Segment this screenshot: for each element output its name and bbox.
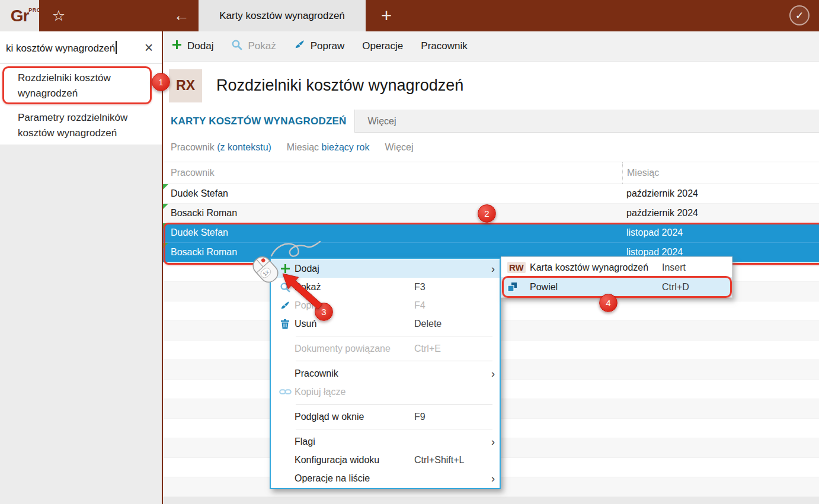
menu-item-shortcut: Ctrl+Shift+L [414,455,485,466]
search-icon [231,39,242,53]
link-icon [276,388,295,396]
filter-bar: Pracownik (z kontekstu) Miesiąc bieżący … [163,133,819,162]
menu-item-label: Pracownik [295,368,414,379]
menu-item-label: Podgląd w oknie [295,412,414,422]
list-footer-strip [163,497,819,504]
menu-item-pracownik[interactable]: Pracownik› [271,364,500,383]
trash-icon [276,319,295,329]
app-logo: GrPRO [0,0,39,31]
plus-icon [276,264,295,274]
toolbar-operacje-button[interactable]: Operacje [362,40,403,52]
menu-separator [296,429,492,429]
cell-pracownik: Bosacki Roman [163,208,622,219]
toolbar: Dodaj Pokaż Popraw Operacje Pracownik [163,31,819,62]
favorite-star-icon[interactable]: ☆ [49,0,69,31]
doc-type-badge: RX [169,69,202,102]
context-menu: Dodaj›PokażF3PoprawF4UsuńDeleteDokumenty… [270,258,501,489]
brush-icon [294,39,305,53]
cell-pracownik: Dudek Stefan [163,227,622,238]
filter-wiecej[interactable]: Więcej [385,142,413,153]
chevron-right-icon: › [485,436,495,447]
plus-icon [172,40,182,53]
annotation-badge-2: 2 [478,204,496,223]
table-row[interactable]: Dudek Stefanlistopad 2024 [163,223,819,243]
cell-miesiac: październik 2024 [622,208,819,219]
row-flag-icon [163,223,168,229]
window-tab-label: Karty kosztów wynagrodzeń [219,10,345,22]
menu-separator [296,336,492,336]
page-title: Rozdzielniki kosztów wynagrodzeń [216,76,463,95]
annotation-badge-1: 1 [152,73,170,91]
cell-miesiac: listopad 2024 [622,227,819,238]
menu-item-label: Konfiguracja widoku [295,455,414,466]
menu-item-shortcut: Ctrl+E [414,344,485,354]
title-bar: RX Rozdzielniki kosztów wynagrodzeń [163,62,819,110]
menu-item-shortcut: F3 [414,282,485,293]
menu-item-flagi[interactable]: Flagi› [271,432,500,451]
app-logo-sup: PRO [28,7,41,13]
submenu-item-label: Karta kosztów wynagrodzeń [530,262,662,273]
status-check-icon[interactable]: ✓ [789,5,810,25]
search-input[interactable]: ki kosztów wynagrodzeń [6,41,136,54]
clear-search-icon[interactable]: × [136,40,162,55]
submenu-item-powiel[interactable]: PowielCtrl+D [501,277,732,297]
chevron-right-icon: › [485,264,495,274]
menu-item-kopiuj-lacze[interactable]: Kopiuj łącze [271,383,500,401]
column-header-pracownik[interactable]: Pracownik [163,162,622,184]
table-row[interactable]: Dudek Stefanpaździernik 2024 [163,184,819,204]
annotation-badge-4: 4 [599,294,618,312]
menu-item-shortcut: F4 [414,300,485,311]
new-tab-plus-icon[interactable]: + [375,0,398,31]
rw-badge: RW [507,262,526,273]
menu-item-label: Dodaj [295,264,414,274]
toolbar-operacje-label: Operacje [362,40,403,52]
menu-item-label: Flagi [295,436,414,447]
sidebar-item-rozdzielniki[interactable]: Rozdzielniki kosztów wynagrodzeń [0,67,162,105]
submenu-item-label: Powiel [530,282,662,293]
column-header-miesiac[interactable]: Miesiąc [622,162,819,184]
window-tab[interactable]: Karty kosztów wynagrodzeń [199,0,366,31]
toolbar-pokaz-button[interactable]: Pokaż [231,39,276,53]
toolbar-pokaz-label: Pokaż [248,40,276,52]
menu-separator [296,361,492,361]
menu-item-dokumenty-powiazane[interactable]: Dokumenty powiązaneCtrl+E [271,339,500,358]
menu-item-label: Operacje na liście [295,473,414,484]
menu-item-label: Kopiuj łącze [295,387,414,397]
filter-miesiac[interactable]: Miesiąc bieżący rok [287,142,370,153]
menu-item-usun[interactable]: UsuńDelete [271,314,500,333]
app-logo-text: GrPRO [11,7,29,25]
submenu-item-shortcut: Insert [662,262,726,273]
context-submenu: RWKarta kosztów wynagrodzeńInsertPowielC… [501,256,732,298]
menu-item-pokaz[interactable]: PokażF3 [271,278,500,296]
tab-wiecej[interactable]: Więcej [355,110,409,133]
menu-item-dodaj[interactable]: Dodaj› [271,259,500,278]
toolbar-dodaj-button[interactable]: Dodaj [172,40,213,53]
tab-karty-kosztow[interactable]: KARTY KOSZTÓW WYNAGRODZEŃ [163,110,355,133]
duplicate-icon [507,282,530,292]
search-icon [276,282,295,293]
toolbar-pracownik-button[interactable]: Pracownik [421,40,467,52]
menu-item-operacje-na-liscie[interactable]: Operacje na liście› [271,469,500,487]
row-flag-icon [163,243,168,248]
filter-pracownik[interactable]: Pracownik (z kontekstu) [171,142,271,153]
text-caret [116,41,117,54]
menu-separator [296,404,492,405]
toolbar-dodaj-label: Dodaj [187,40,213,52]
menu-item-popraw[interactable]: PoprawF4 [271,296,500,314]
table-header: Pracownik Miesiąc [163,162,819,184]
submenu-item-karta-kosztow-wynagrodzen[interactable]: RWKarta kosztów wynagrodzeńInsert [501,258,732,277]
doc-type-badge-small: RW [507,262,530,273]
chevron-right-icon: › [485,473,495,484]
toolbar-popraw-button[interactable]: Popraw [294,39,345,53]
row-flag-icon [163,204,168,209]
menu-item-podglad-w-oknie[interactable]: Podgląd w oknieF9 [271,407,500,426]
back-arrow-icon[interactable]: ← [169,0,193,31]
brush-icon [276,300,295,311]
menu-item-konfiguracja-widoku[interactable]: Konfiguracja widokuCtrl+Shift+L [271,451,500,469]
cell-pracownik: Dudek Stefan [163,188,622,199]
menu-item-shortcut: Delete [414,319,485,329]
top-bar: GrPRO ☆ ← Karty kosztów wynagrodzeń + ✓ [0,0,819,31]
sidebar-item-parametry[interactable]: Parametry rozdzielników kosztów wynagrod… [0,107,162,145]
cell-miesiac: październik 2024 [622,188,819,199]
menu-item-shortcut: F9 [414,412,485,422]
